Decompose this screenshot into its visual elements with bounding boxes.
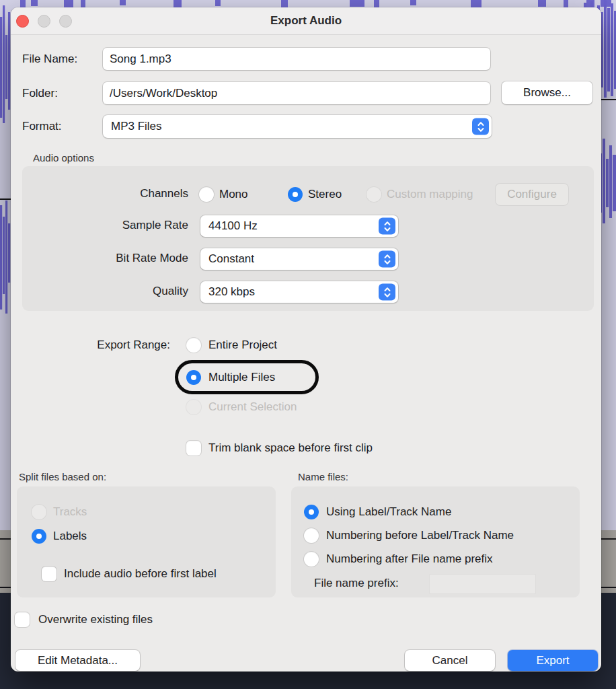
multiple-files-label: Multiple Files [208, 371, 275, 384]
screen: Export Audio File Name: Folder: Browse..… [0, 0, 616, 689]
format-value: MP3 Files [111, 120, 162, 133]
stepper-icon [472, 118, 489, 135]
trim-blank-space-label: Trim blank space before first clip [208, 441, 373, 455]
using-label-track-name-label: Using Label/Track Name [326, 505, 451, 519]
stepper-icon [379, 218, 395, 235]
file-name-prefix-label: File name prefix: [314, 577, 399, 590]
bit-rate-mode-select[interactable]: Constant [200, 248, 398, 270]
labels-label: Labels [53, 530, 87, 543]
tracks-label: Tracks [53, 505, 87, 519]
format-label: Format: [22, 120, 62, 133]
trim-blank-space-checkbox[interactable] [186, 441, 201, 456]
overwrite-files-label: Overwrite existing files [38, 613, 153, 626]
export-range-radio-entire-project[interactable] [186, 338, 201, 353]
edit-metadata-button[interactable]: Edit Metadata... [15, 650, 140, 671]
audio-options-panel: Channels Mono Stereo Custom mapping Conf… [22, 166, 594, 311]
browse-button[interactable]: Browse... [502, 81, 592, 104]
export-range-label: Export Range: [79, 338, 170, 352]
channels-radio-mono[interactable] [199, 187, 214, 202]
file-name-label: File Name: [22, 52, 77, 66]
bit-rate-mode-label: Bit Rate Mode [22, 252, 188, 265]
cancel-button[interactable]: Cancel [405, 650, 495, 671]
split-radio-tracks [32, 505, 46, 519]
format-select[interactable]: MP3 Files [103, 115, 492, 138]
numbering-before-label: Numbering before Label/Track Name [326, 529, 514, 542]
stepper-icon [379, 284, 395, 301]
quality-select[interactable]: 320 kbps [200, 281, 398, 303]
export-button[interactable]: Export [508, 650, 598, 671]
file-name-input[interactable] [103, 48, 490, 70]
channels-custom-mapping-label: Custom mapping [387, 188, 473, 201]
export-range-radio-current-selection [186, 400, 201, 414]
split-radio-labels[interactable] [32, 529, 46, 544]
include-audio-checkbox[interactable] [42, 567, 56, 581]
overwrite-files-checkbox[interactable] [15, 612, 30, 627]
export-audio-dialog: Export Audio File Name: Folder: Browse..… [11, 7, 601, 672]
configure-button: Configure [496, 184, 568, 205]
channels-stereo-label: Stereo [308, 188, 342, 201]
entire-project-label: Entire Project [208, 338, 277, 352]
name-radio-numbering-before[interactable] [304, 528, 319, 543]
titlebar[interactable]: Export Audio [11, 7, 601, 35]
audio-options-section-label: Audio options [33, 152, 94, 164]
channels-label: Channels [22, 187, 188, 201]
stepper-icon [379, 251, 395, 268]
split-files-panel: Tracks Labels Include audio before first… [17, 486, 276, 597]
name-radio-numbering-after[interactable] [304, 552, 319, 567]
dialog-title: Export Audio [11, 14, 601, 28]
channels-mono-label: Mono [219, 188, 248, 201]
current-selection-label: Current Selection [208, 400, 297, 414]
quality-label: Quality [22, 285, 188, 298]
name-radio-using-label[interactable] [304, 505, 319, 519]
export-range-radio-multiple-files[interactable] [186, 370, 201, 385]
quality-value: 320 kbps [208, 285, 255, 299]
track-divider-line [0, 198, 11, 200]
track-divider-line [601, 99, 616, 100]
name-files-panel: Using Label/Track Name Numbering before … [291, 486, 580, 597]
file-name-prefix-input [429, 574, 536, 594]
sample-rate-label: Sample Rate [22, 219, 188, 232]
include-audio-label: Include audio before first label [64, 567, 217, 581]
sample-rate-value: 44100 Hz [208, 219, 258, 233]
channels-radio-stereo[interactable] [288, 187, 303, 202]
split-files-section-label: Split files based on: [19, 471, 106, 482]
folder-label: Folder: [22, 87, 58, 100]
numbering-after-label: Numbering after File name prefix [326, 552, 493, 566]
bit-rate-mode-value: Constant [208, 252, 254, 266]
sample-rate-select[interactable]: 44100 Hz [200, 215, 398, 237]
channels-radio-custom-mapping [367, 187, 381, 202]
folder-input[interactable] [103, 82, 490, 104]
name-files-section-label: Name files: [298, 471, 348, 482]
